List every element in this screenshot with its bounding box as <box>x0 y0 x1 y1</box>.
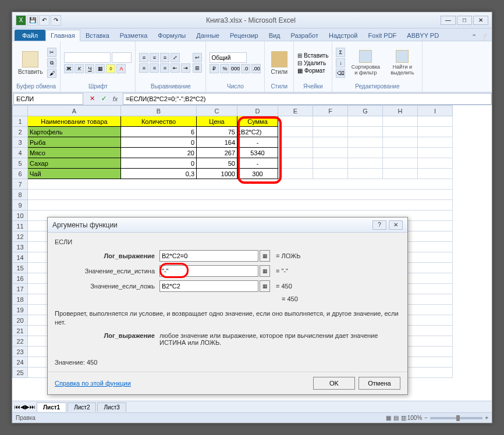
tab-insert[interactable]: Вставка <box>80 30 115 41</box>
cell[interactable]: 267 <box>197 148 237 158</box>
sheet-tab[interactable]: Лист1 <box>37 402 66 412</box>
cell[interactable]: Рыба <box>28 137 121 148</box>
row-header[interactable]: 17 <box>13 284 28 294</box>
styles-button[interactable]: Стили <box>268 50 290 76</box>
row-header[interactable]: 13 <box>13 242 28 252</box>
cell[interactable] <box>383 116 418 127</box>
cell[interactable] <box>348 148 383 158</box>
font-color-icon[interactable]: A <box>116 64 126 73</box>
cell[interactable] <box>348 158 383 169</box>
cell[interactable] <box>313 148 348 158</box>
italic-icon[interactable]: К <box>74 64 84 73</box>
cell[interactable] <box>28 179 453 190</box>
percent-icon[interactable]: % <box>220 64 229 73</box>
cell[interactable]: 1000 <box>197 169 237 179</box>
border-icon[interactable]: ▦ <box>95 64 105 73</box>
fill-color-icon[interactable]: ◊ <box>106 64 115 73</box>
zoom-out-icon[interactable]: − <box>424 415 428 421</box>
comma-icon[interactable]: 000 <box>230 64 240 73</box>
cell[interactable]: Сумма <box>237 116 278 127</box>
find-select-button[interactable]: Найти и выделить <box>386 49 418 77</box>
row-header[interactable]: 15 <box>13 263 28 273</box>
fx-icon[interactable]: fx <box>110 94 120 104</box>
zoom-slider[interactable] <box>430 417 482 419</box>
redo-icon[interactable]: ↷ <box>51 15 61 26</box>
align-left-icon[interactable]: ≡ <box>139 63 148 73</box>
col-header-C[interactable]: C <box>197 106 237 116</box>
row-header[interactable]: 16 <box>13 273 28 284</box>
cell[interactable]: 0 <box>121 137 197 148</box>
dialog-titlebar[interactable]: Аргументы функции ? ✕ <box>48 218 407 233</box>
cell[interactable]: 164 <box>197 137 237 148</box>
cell[interactable] <box>348 116 383 127</box>
orientation-icon[interactable]: ⤢ <box>171 53 180 62</box>
cell[interactable]: Чай <box>28 169 121 179</box>
cell[interactable]: Наименование товара <box>28 116 121 127</box>
align-center-icon[interactable]: ≡ <box>150 63 159 73</box>
col-header-H[interactable]: H <box>383 106 418 116</box>
indent-dec-icon[interactable]: ⇤ <box>171 63 180 73</box>
cell[interactable] <box>418 137 453 148</box>
row-header[interactable]: 24 <box>13 357 28 368</box>
col-header-E[interactable]: E <box>278 106 313 116</box>
cancel-formula-icon[interactable]: ✕ <box>87 94 97 104</box>
excel-icon[interactable]: X <box>16 15 26 26</box>
decrease-decimal-icon[interactable]: .00 <box>251 64 261 73</box>
clear-icon[interactable]: ⌫ <box>336 69 345 78</box>
tab-foxit[interactable]: Foxit PDF <box>363 30 402 41</box>
zoom-in-icon[interactable]: + <box>485 415 488 421</box>
tab-nav-prev-icon[interactable]: ◀ <box>20 404 25 410</box>
sort-filter-button[interactable]: Сортировка и фильтр <box>347 49 384 77</box>
name-box[interactable]: ЕСЛИ <box>13 93 83 105</box>
tab-abbyy[interactable]: ABBYY PD <box>402 30 444 41</box>
cell[interactable] <box>383 148 418 158</box>
cell[interactable]: 5340 <box>237 148 278 158</box>
cell[interactable] <box>383 127 418 137</box>
tab-nav-next-icon[interactable]: ▶ <box>25 404 30 410</box>
formula-bar[interactable]: =ЕСЛИ(B2*C2=0;"-";B2*C2) <box>123 93 492 105</box>
tab-developer[interactable]: Разработ <box>286 30 324 41</box>
maximize-button[interactable]: □ <box>457 16 472 25</box>
cell[interactable] <box>278 137 313 148</box>
autosum-icon[interactable]: Σ <box>336 48 345 57</box>
tab-layout[interactable]: Разметка <box>115 30 153 41</box>
cell[interactable] <box>348 127 383 137</box>
row-header[interactable]: 4 <box>13 148 28 158</box>
cell[interactable] <box>278 169 313 179</box>
cells-format-button[interactable]: ▦ Формат <box>297 67 328 74</box>
dialog-help-icon[interactable]: ? <box>372 220 386 230</box>
increase-decimal-icon[interactable]: .0 <box>241 64 250 73</box>
paste-button[interactable]: Вставить <box>16 50 45 76</box>
range-picker-icon[interactable]: ▦ <box>260 280 270 292</box>
cell[interactable]: 300 <box>237 169 278 179</box>
indent-inc-icon[interactable]: ⇥ <box>181 63 190 73</box>
cells-delete-button[interactable]: ⊟ Удалить <box>297 60 328 66</box>
select-all-button[interactable] <box>13 106 28 116</box>
row-header[interactable]: 18 <box>13 294 28 305</box>
tab-view[interactable]: Вид <box>264 30 286 41</box>
tab-nav-last-icon[interactable]: ⏭ <box>30 404 36 410</box>
cell[interactable] <box>418 158 453 169</box>
view-layout-icon[interactable]: ▤ <box>393 415 399 421</box>
row-header[interactable]: 6 <box>13 169 28 179</box>
bold-icon[interactable]: Ж <box>64 64 73 73</box>
col-header-A[interactable]: A <box>28 106 121 116</box>
cell[interactable] <box>313 158 348 169</box>
row-header[interactable]: 2 <box>13 127 28 137</box>
currency-icon[interactable]: ₽ <box>210 64 219 73</box>
row-header[interactable]: 19 <box>13 305 28 315</box>
cancel-button[interactable]: Отмена <box>359 377 400 390</box>
cell[interactable]: 50 <box>197 158 237 169</box>
row-header[interactable]: 10 <box>13 211 28 221</box>
ok-button[interactable]: OK <box>313 377 355 390</box>
range-picker-icon[interactable]: ▦ <box>260 265 270 277</box>
cut-icon[interactable]: ✂ <box>47 48 56 57</box>
cell[interactable] <box>278 148 313 158</box>
cell[interactable] <box>313 127 348 137</box>
underline-icon[interactable]: Ч <box>85 64 94 73</box>
dialog-close-icon[interactable]: ✕ <box>389 220 403 230</box>
minimize-button[interactable]: — <box>441 16 456 25</box>
row-header[interactable]: 14 <box>13 252 28 263</box>
ribbon-minimize-icon[interactable]: ⌃ <box>471 33 477 41</box>
merge-icon[interactable]: ⊞ <box>193 63 202 73</box>
